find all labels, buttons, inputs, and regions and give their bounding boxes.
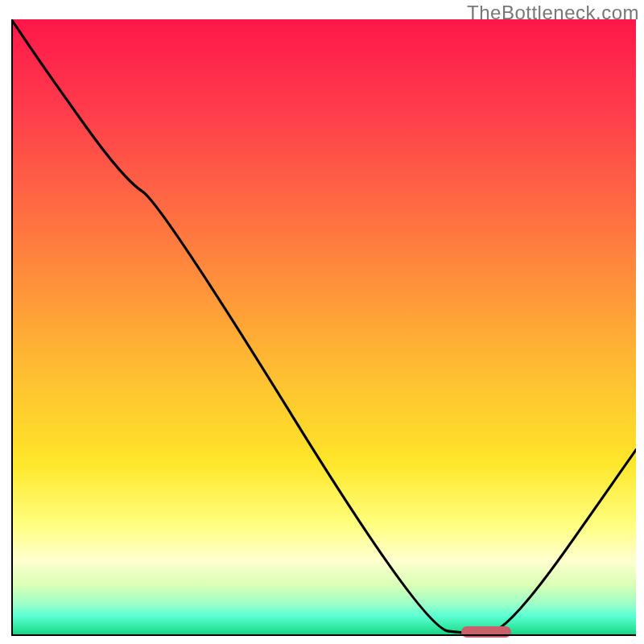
y-axis-line [11,19,13,636]
curve-svg [11,19,636,634]
plot-area [11,19,636,634]
x-axis-line [11,634,636,636]
bottleneck-curve [11,19,636,633]
chart-canvas: TheBottleneck.com [0,0,644,644]
